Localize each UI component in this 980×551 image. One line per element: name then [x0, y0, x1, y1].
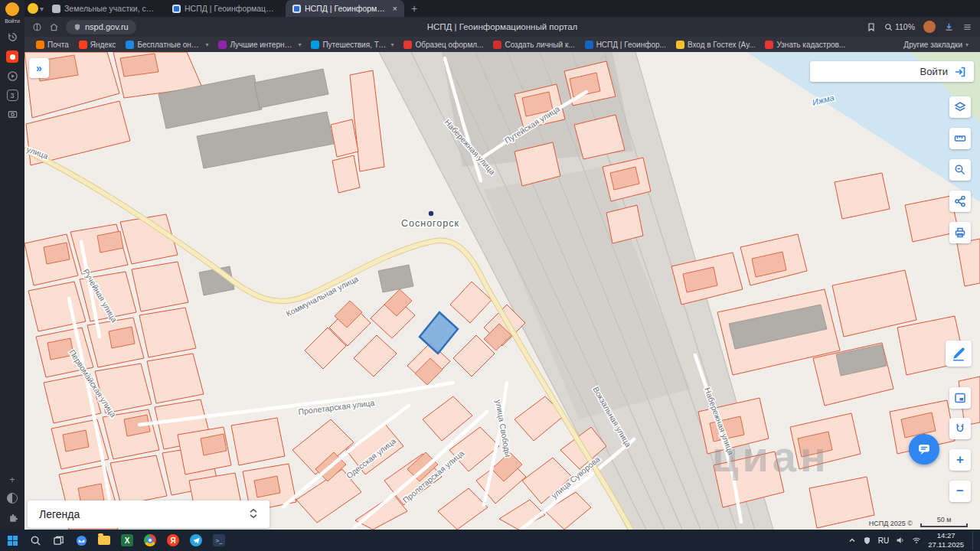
chat-feedback-button[interactable]: [909, 434, 939, 465]
bookmark-folder-online[interactable]: Бесплатные онлайн...▾: [122, 41, 212, 49]
bookmark-flag-icon[interactable]: [867, 22, 876, 32]
browser-main-column: ▾ Земельные участки, своб... НСПД | Геои…: [24, 0, 980, 530]
search-button[interactable]: [28, 533, 43, 548]
tab-2[interactable]: НСПД | Геоинформацион...: [165, 0, 284, 17]
address-bar-actions: 110%: [867, 21, 972, 33]
screen: Войти 3 + ▾: [0, 0, 980, 551]
task-view-button[interactable]: [51, 533, 66, 548]
taskbar-clock[interactable]: 14:27 27.11.2025: [928, 531, 964, 549]
bookmark-nspd[interactable]: НСПД | Геоинфор...: [581, 41, 670, 49]
other-bookmarks-button[interactable]: Другие закладки▾: [900, 41, 972, 49]
tab-1[interactable]: Земельные участки, своб...: [45, 0, 164, 17]
terminal-icon[interactable]: >_: [211, 533, 227, 548]
chevron-down-icon: ▾: [965, 41, 969, 48]
map-login-button[interactable]: Войти: [810, 61, 974, 82]
extensions-puzzle-icon[interactable]: [6, 512, 19, 525]
bookmark-pochta[interactable]: Почта: [32, 41, 73, 49]
zoom-in-button[interactable]: +: [949, 449, 971, 471]
chrome-icon[interactable]: [142, 533, 158, 548]
close-tab-icon[interactable]: ×: [393, 4, 397, 13]
plus-subscription-icon[interactable]: [28, 3, 38, 14]
map-area: Коммунальная улица Пролетарская улица Од…: [24, 52, 980, 530]
profile-avatar-icon[interactable]: [5, 2, 19, 16]
screenshot-icon[interactable]: [6, 108, 19, 121]
bookmark-favicon: [585, 41, 593, 49]
app-mail-icon[interactable]: [74, 533, 89, 548]
account-avatar[interactable]: [923, 21, 936, 33]
site-shield-icon: [74, 23, 81, 31]
browser-window: Войти 3 + ▾: [0, 0, 980, 530]
tray-expand-icon[interactable]: [848, 536, 856, 544]
browser-sidebar: Войти 3 +: [0, 0, 24, 530]
file-explorer-icon[interactable]: [96, 533, 112, 548]
network-icon[interactable]: [912, 536, 921, 545]
legend-title: Легенда: [39, 508, 80, 520]
clock-date: 27.11.2025: [928, 540, 964, 549]
map-canvas[interactable]: Коммунальная улица Пролетарская улица Од…: [24, 52, 980, 530]
tab-1-label: Земельные участки, своб...: [64, 4, 157, 13]
zoom-out-button[interactable]: −: [949, 481, 971, 502]
bookmark-kadastr[interactable]: Узнать кадастров...: [761, 41, 849, 49]
legend-collapse-icon[interactable]: [249, 507, 258, 522]
system-tray: RU 14:27 27.11.2025: [848, 531, 975, 549]
history-icon[interactable]: [6, 31, 19, 44]
shield-icon[interactable]: [863, 536, 871, 545]
share-button[interactable]: [949, 191, 971, 212]
scale-label: 50 м: [937, 516, 952, 523]
bookmark-folder-travel[interactable]: Путешествия, Туриз...▾: [307, 41, 397, 49]
excel-icon[interactable]: X: [119, 533, 135, 548]
volume-icon[interactable]: [896, 536, 905, 545]
telegram-icon[interactable]: [188, 533, 204, 548]
taskbar: X Я >_ RU 14:27 27.11.2025: [0, 530, 980, 551]
theme-toggle-icon[interactable]: [7, 493, 18, 504]
play-icon[interactable]: [6, 70, 19, 83]
bookmark-yandex[interactable]: Яндекс: [75, 41, 120, 49]
expand-sidebar-button[interactable]: »: [29, 58, 49, 78]
copyright-label: НСПД 2025 ©: [869, 520, 913, 527]
draw-tool-button[interactable]: [946, 341, 972, 367]
chevron-down-icon: ▾: [298, 41, 301, 48]
address-bar: nspd.gov.ru НСПД | Геоинформационный пор…: [24, 17, 980, 37]
tab-counter-badge[interactable]: 3: [7, 90, 18, 101]
print-button[interactable]: [949, 222, 971, 243]
city-marker-dot: [429, 211, 433, 216]
bookmark-favicon: [676, 41, 684, 49]
bookmark-gostech[interactable]: Вход в Гостех (Ау...: [672, 41, 760, 49]
bookmark-folder-internet[interactable]: Лучшие интернет-м...▾: [214, 41, 305, 49]
scale-control: 50 м: [920, 516, 968, 527]
panel-toggle-icon[interactable]: [32, 22, 42, 32]
login-exit-icon: [954, 66, 966, 78]
layers-button[interactable]: [949, 96, 971, 118]
measure-ruler-button[interactable]: [949, 128, 971, 149]
tab-2-favicon: [172, 5, 181, 13]
bookmark-obrazec[interactable]: Образец оформл...: [400, 41, 487, 49]
tab-3-active[interactable]: НСПД | Геоинформац... ×: [286, 0, 404, 17]
home-icon[interactable]: [49, 22, 59, 32]
show-desktop-button[interactable]: [972, 531, 975, 549]
bookmark-favicon: [126, 41, 134, 49]
new-tab-button[interactable]: +: [406, 2, 423, 15]
map-attribution: НСПД 2025 © 50 м: [869, 516, 968, 527]
zoom-level: 110%: [895, 22, 915, 31]
magnet-snap-button[interactable]: [949, 418, 971, 439]
pinned-tab-icon[interactable]: ▾: [40, 5, 44, 13]
object-search-button[interactable]: [949, 159, 971, 181]
zoom-indicator[interactable]: 110%: [884, 22, 915, 31]
magnifier-icon: [884, 23, 893, 31]
start-button[interactable]: [5, 533, 20, 548]
chevron-down-icon: ▾: [390, 41, 394, 48]
legend-panel[interactable]: Легенда: [28, 500, 270, 528]
tab-1-favicon: [52, 5, 60, 13]
language-indicator[interactable]: RU: [878, 536, 889, 545]
menu-icon[interactable]: [962, 22, 972, 32]
alice-icon[interactable]: [6, 51, 18, 63]
mini-map-button[interactable]: [949, 387, 971, 409]
bookmark-favicon: [765, 41, 773, 49]
sidebar-login-label[interactable]: Войти: [5, 18, 20, 24]
tab-3-label: НСПД | Геоинформац...: [305, 4, 387, 13]
add-panel-icon[interactable]: +: [6, 473, 19, 486]
bookmark-lichny-kabinet[interactable]: Создать личный к...: [489, 41, 578, 49]
yandex-icon[interactable]: Я: [165, 533, 181, 548]
download-icon[interactable]: [944, 22, 954, 32]
url-field[interactable]: nspd.gov.ru: [66, 20, 136, 34]
